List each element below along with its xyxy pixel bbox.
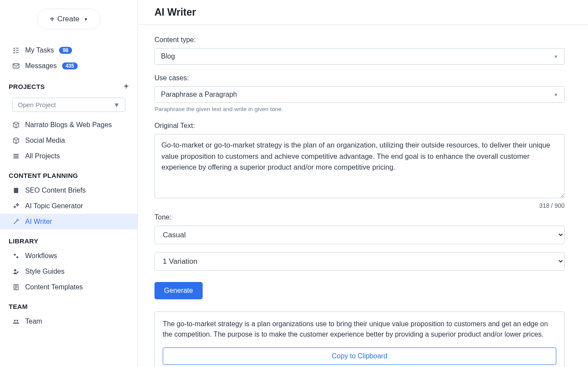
tasks-icon [12,47,20,54]
content-type-select[interactable]: Blog ▼ [154,48,565,65]
use-cases-select[interactable]: Paraphrase a Paragraph ▼ [154,86,565,103]
svg-point-3 [16,256,18,258]
nav-ai-writer[interactable]: AI Writer [0,214,138,229]
result-text: The go-to-market strategy is a plan orga… [163,319,556,340]
item-label: AI Topic Generator [25,202,83,210]
badge: 98 [59,47,72,54]
tone-select[interactable]: Casual [154,226,565,244]
char-count: 318 / 900 [154,202,565,209]
page-title: AI Writer [154,7,570,18]
list-icon [12,153,20,160]
user-edit-icon [12,268,20,275]
section-title: CONTENT PLANNING [9,172,78,179]
users-icon [12,318,20,325]
project-item[interactable]: Narrato Blogs & Web Pages [0,117,138,133]
section-header-team: TEAM [0,295,138,314]
nav-ai-topic-generator[interactable]: AI Topic Generator [0,198,138,214]
svg-rect-0 [13,64,19,68]
variations-select[interactable]: 1 Variation [154,252,565,271]
template-icon [12,284,20,291]
item-label: All Projects [25,152,60,160]
svg-rect-1 [14,188,18,193]
item-label: Workflows [25,252,57,260]
svg-point-2 [14,254,16,256]
box-icon [12,137,20,144]
section-title: PROJECTS [9,83,45,90]
nav-messages[interactable]: Messages 435 [0,58,138,74]
use-cases-help: Paraphrase the given text and write in g… [154,106,565,112]
main-content: AI Writer Content type: Blog ▼ Use cases… [138,0,588,367]
select-value: Blog [161,52,175,60]
nav-workflows[interactable]: Workflows [0,248,138,264]
section-title: TEAM [9,303,28,310]
caret-down-icon: ▼ [554,92,558,97]
content-type-label: Content type: [154,36,565,44]
create-label: Create [57,15,79,23]
section-header-content-planning: CONTENT PLANNING [0,164,138,183]
tone-label: Tone: [154,213,565,221]
sparkle-icon [12,203,20,210]
select-placeholder: Open Project [18,101,56,108]
sidebar: + Create ▼ My Tasks 98 Messages 435 PROJ… [0,0,138,367]
nav-seo-briefs[interactable]: SEO Content Briefs [0,183,138,198]
generate-button[interactable]: Generate [154,282,203,299]
nav-label: My Tasks [25,46,54,54]
item-label: Narrato Blogs & Web Pages [25,121,112,129]
nav-label: Messages [25,62,57,70]
svg-point-4 [14,269,16,272]
gears-icon [12,252,20,259]
nav-team[interactable]: Team [0,314,138,329]
create-button[interactable]: + Create ▼ [37,9,101,29]
section-header-projects: PROJECTS + [0,74,138,95]
item-label: SEO Content Briefs [25,187,86,194]
use-cases-label: Use cases: [154,74,565,82]
nav-style-guides[interactable]: Style Guides [0,264,138,279]
item-label: Team [25,318,42,325]
original-text-input[interactable] [154,134,565,198]
page-header: AI Writer [138,0,588,25]
section-header-library: LIBRARY [0,229,138,248]
nav-content-templates[interactable]: Content Templates [0,279,138,295]
section-title: LIBRARY [9,237,38,245]
add-project-button[interactable]: + [124,82,129,92]
box-icon [12,121,20,128]
svg-point-6 [14,320,16,321]
result-box: The go-to-market strategy is a plan orga… [154,311,565,367]
caret-down-icon: ▼ [554,54,558,59]
project-item[interactable]: Social Media [0,133,138,148]
item-label: AI Writer [25,218,52,226]
magic-wand-icon [12,218,20,225]
item-label: Content Templates [25,283,83,291]
svg-point-7 [16,320,18,321]
document-icon [12,187,20,194]
item-label: Style Guides [25,268,65,275]
original-text-label: Original Text: [154,122,565,130]
item-label: Social Media [25,137,65,144]
copy-to-clipboard-button[interactable]: Copy to Clipboard [163,347,556,365]
nav-my-tasks[interactable]: My Tasks 98 [0,43,138,58]
open-project-select[interactable]: Open Project ▼ [12,98,125,112]
caret-down-icon: ▼ [84,17,88,22]
project-item-all[interactable]: All Projects [0,148,138,164]
badge: 435 [62,62,78,69]
plus-icon: + [49,15,55,23]
select-value: Paraphrase a Paragraph [161,91,237,98]
caret-down-icon: ▼ [113,101,120,108]
envelope-icon [12,62,20,69]
